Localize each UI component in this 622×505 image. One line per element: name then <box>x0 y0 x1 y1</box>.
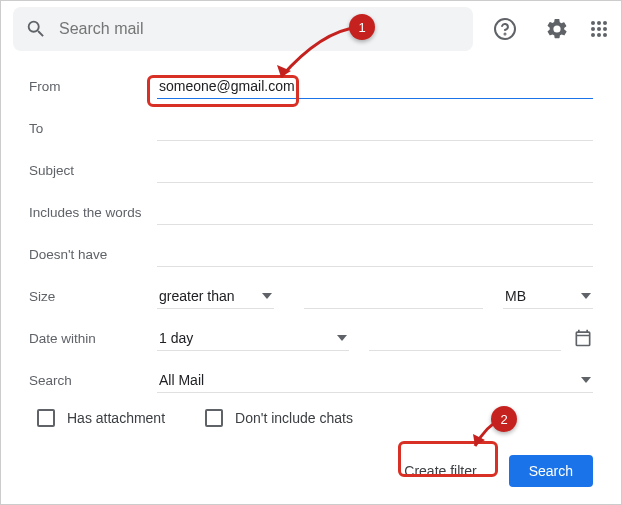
size-operator-dropdown[interactable]: greater than <box>157 284 274 309</box>
date-range-value: 1 day <box>159 330 193 346</box>
help-icon[interactable] <box>485 9 525 49</box>
apps-grid-icon[interactable] <box>589 9 609 49</box>
label-doesnt-have: Doesn't have <box>29 247 157 262</box>
subject-field[interactable] <box>157 158 593 183</box>
svg-point-7 <box>603 27 607 31</box>
create-filter-button[interactable]: Create filter <box>384 455 496 487</box>
svg-point-8 <box>591 33 595 37</box>
row-subject: Subject <box>29 151 593 189</box>
exclude-chats-label: Don't include chats <box>235 410 353 426</box>
search-button[interactable]: Search <box>509 455 593 487</box>
date-range-dropdown[interactable]: 1 day <box>157 326 349 351</box>
label-date: Date within <box>29 331 157 346</box>
search-icon[interactable] <box>25 18 47 40</box>
has-attachment-checkbox[interactable]: Has attachment <box>37 409 165 427</box>
svg-point-1 <box>505 34 506 35</box>
row-size: Size greater than MB <box>29 277 593 315</box>
search-input[interactable] <box>59 20 461 38</box>
from-field[interactable] <box>157 74 593 99</box>
svg-point-2 <box>591 21 595 25</box>
row-search-scope: Search All Mail <box>29 361 593 399</box>
calendar-icon[interactable] <box>573 328 593 348</box>
chevron-down-icon <box>581 293 591 299</box>
row-to: To <box>29 109 593 147</box>
header-icons <box>485 9 609 49</box>
row-doesnt-have: Doesn't have <box>29 235 593 273</box>
label-size: Size <box>29 289 157 304</box>
checkbox-row: Has attachment Don't include chats <box>29 409 593 427</box>
chevron-down-icon <box>262 293 272 299</box>
svg-point-10 <box>603 33 607 37</box>
button-row: Create filter Search <box>29 455 593 487</box>
has-attachment-label: Has attachment <box>67 410 165 426</box>
header <box>1 1 621 57</box>
doesnt-have-field[interactable] <box>157 242 593 267</box>
chevron-down-icon <box>337 335 347 341</box>
checkbox-box <box>37 409 55 427</box>
svg-point-9 <box>597 33 601 37</box>
size-unit-value: MB <box>505 288 526 304</box>
search-scope-value: All Mail <box>159 372 204 388</box>
row-includes: Includes the words <box>29 193 593 231</box>
size-unit-dropdown[interactable]: MB <box>503 284 593 309</box>
size-amount-field[interactable] <box>304 284 483 309</box>
label-search-scope: Search <box>29 373 157 388</box>
settings-gear-icon[interactable] <box>537 9 577 49</box>
search-bar[interactable] <box>13 7 473 51</box>
label-to: To <box>29 121 157 136</box>
includes-field[interactable] <box>157 200 593 225</box>
row-date: Date within 1 day <box>29 319 593 357</box>
checkbox-box <box>205 409 223 427</box>
to-field[interactable] <box>157 116 593 141</box>
row-from: From <box>29 67 593 105</box>
search-scope-dropdown[interactable]: All Mail <box>157 368 593 393</box>
size-operator-value: greater than <box>159 288 235 304</box>
date-field[interactable] <box>369 326 561 351</box>
svg-point-5 <box>591 27 595 31</box>
chevron-down-icon <box>581 377 591 383</box>
label-subject: Subject <box>29 163 157 178</box>
svg-point-6 <box>597 27 601 31</box>
svg-point-3 <box>597 21 601 25</box>
svg-point-4 <box>603 21 607 25</box>
filter-panel: From To Subject Includes the words Doesn… <box>1 57 621 505</box>
label-from: From <box>29 79 157 94</box>
exclude-chats-checkbox[interactable]: Don't include chats <box>205 409 353 427</box>
label-includes: Includes the words <box>29 205 157 220</box>
